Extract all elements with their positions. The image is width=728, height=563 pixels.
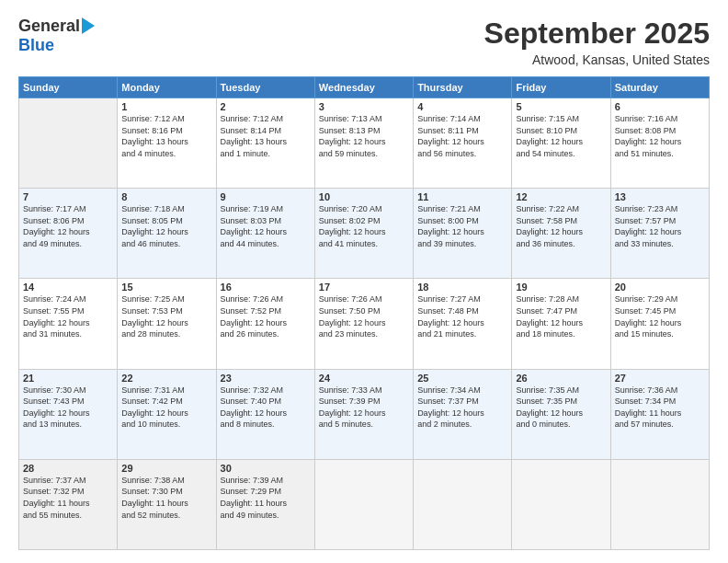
table-row: 14Sunrise: 7:24 AM Sunset: 7:55 PM Dayli… — [19, 279, 118, 369]
day-info: Sunrise: 7:32 AM Sunset: 7:40 PM Dayligh… — [221, 385, 311, 431]
day-number: 12 — [516, 191, 606, 202]
day-info: Sunrise: 7:39 AM Sunset: 7:29 PM Dayligh… — [221, 475, 311, 521]
col-sunday: Sunday — [19, 77, 118, 98]
table-row: 13Sunrise: 7:23 AM Sunset: 7:57 PM Dayli… — [610, 189, 709, 279]
col-monday: Monday — [118, 77, 216, 98]
table-row: 30Sunrise: 7:39 AM Sunset: 7:29 PM Dayli… — [216, 459, 314, 549]
table-row: 11Sunrise: 7:21 AM Sunset: 8:00 PM Dayli… — [414, 189, 512, 279]
table-row: 24Sunrise: 7:33 AM Sunset: 7:39 PM Dayli… — [314, 369, 413, 459]
logo-blue-text: Blue — [18, 36, 54, 55]
day-number: 16 — [221, 282, 311, 293]
table-row: 21Sunrise: 7:30 AM Sunset: 7:43 PM Dayli… — [19, 369, 118, 459]
day-number: 21 — [23, 373, 113, 384]
day-number: 14 — [23, 282, 113, 293]
day-number: 6 — [615, 101, 705, 112]
day-info: Sunrise: 7:15 AM Sunset: 8:10 PM Dayligh… — [516, 113, 606, 159]
table-row: 25Sunrise: 7:34 AM Sunset: 7:37 PM Dayli… — [414, 369, 512, 459]
table-row: 18Sunrise: 7:27 AM Sunset: 7:48 PM Dayli… — [414, 279, 512, 369]
day-number: 15 — [121, 282, 211, 293]
col-wednesday: Wednesday — [314, 77, 413, 98]
table-row — [19, 98, 118, 189]
table-row: 26Sunrise: 7:35 AM Sunset: 7:35 PM Dayli… — [512, 369, 610, 459]
day-info: Sunrise: 7:13 AM Sunset: 8:13 PM Dayligh… — [319, 113, 409, 159]
col-tuesday: Tuesday — [216, 77, 314, 98]
day-number: 10 — [319, 191, 409, 202]
table-row: 2Sunrise: 7:12 AM Sunset: 8:14 PM Daylig… — [216, 98, 314, 189]
calendar-week-row: 21Sunrise: 7:30 AM Sunset: 7:43 PM Dayli… — [19, 369, 710, 459]
day-number: 29 — [121, 463, 211, 474]
day-number: 13 — [615, 191, 705, 202]
table-row: 23Sunrise: 7:32 AM Sunset: 7:40 PM Dayli… — [216, 369, 314, 459]
logo: General Blue — [18, 17, 95, 55]
day-info: Sunrise: 7:31 AM Sunset: 7:42 PM Dayligh… — [121, 385, 211, 431]
calendar-table: Sunday Monday Tuesday Wednesday Thursday… — [18, 76, 710, 550]
day-number: 5 — [516, 101, 606, 112]
day-info: Sunrise: 7:26 AM Sunset: 7:50 PM Dayligh… — [319, 293, 409, 339]
day-info: Sunrise: 7:12 AM Sunset: 8:14 PM Dayligh… — [221, 113, 311, 159]
page: General Blue September 2025 Atwood, Kans… — [0, 0, 728, 563]
table-row: 20Sunrise: 7:29 AM Sunset: 7:45 PM Dayli… — [610, 279, 709, 369]
day-info: Sunrise: 7:20 AM Sunset: 8:02 PM Dayligh… — [319, 203, 409, 249]
day-info: Sunrise: 7:30 AM Sunset: 7:43 PM Dayligh… — [23, 385, 113, 431]
table-row: 5Sunrise: 7:15 AM Sunset: 8:10 PM Daylig… — [512, 98, 610, 189]
day-number: 26 — [516, 373, 606, 384]
day-number: 4 — [417, 101, 507, 112]
table-row: 27Sunrise: 7:36 AM Sunset: 7:34 PM Dayli… — [610, 369, 709, 459]
day-number: 25 — [417, 373, 507, 384]
location-title: Atwood, Kansas, United States — [484, 52, 710, 67]
day-number: 22 — [121, 373, 211, 384]
calendar-week-row: 7Sunrise: 7:17 AM Sunset: 8:06 PM Daylig… — [19, 189, 710, 279]
table-row: 19Sunrise: 7:28 AM Sunset: 7:47 PM Dayli… — [512, 279, 610, 369]
col-thursday: Thursday — [414, 77, 512, 98]
day-number: 20 — [615, 282, 705, 293]
day-info: Sunrise: 7:37 AM Sunset: 7:32 PM Dayligh… — [23, 475, 113, 521]
day-info: Sunrise: 7:17 AM Sunset: 8:06 PM Dayligh… — [23, 203, 113, 249]
table-row: 22Sunrise: 7:31 AM Sunset: 7:42 PM Dayli… — [118, 369, 216, 459]
logo-general-text: General — [18, 17, 80, 36]
logo-arrow-icon — [82, 17, 95, 34]
day-number: 17 — [319, 282, 409, 293]
day-number: 2 — [221, 101, 311, 112]
title-block: September 2025 Atwood, Kansas, United St… — [484, 17, 710, 67]
day-number: 9 — [221, 191, 311, 202]
day-info: Sunrise: 7:14 AM Sunset: 8:11 PM Dayligh… — [417, 113, 507, 159]
day-number: 30 — [221, 463, 311, 474]
day-info: Sunrise: 7:26 AM Sunset: 7:52 PM Dayligh… — [221, 293, 311, 339]
col-friday: Friday — [512, 77, 610, 98]
day-info: Sunrise: 7:33 AM Sunset: 7:39 PM Dayligh… — [319, 385, 409, 431]
day-number: 19 — [516, 282, 606, 293]
day-info: Sunrise: 7:36 AM Sunset: 7:34 PM Dayligh… — [615, 385, 705, 431]
table-row — [512, 459, 610, 549]
day-number: 27 — [615, 373, 705, 384]
day-number: 23 — [221, 373, 311, 384]
day-info: Sunrise: 7:21 AM Sunset: 8:00 PM Dayligh… — [417, 203, 507, 249]
table-row: 3Sunrise: 7:13 AM Sunset: 8:13 PM Daylig… — [314, 98, 413, 189]
col-saturday: Saturday — [610, 77, 709, 98]
day-number: 24 — [319, 373, 409, 384]
day-info: Sunrise: 7:35 AM Sunset: 7:35 PM Dayligh… — [516, 385, 606, 431]
day-info: Sunrise: 7:22 AM Sunset: 7:58 PM Dayligh… — [516, 203, 606, 249]
month-title: September 2025 — [484, 17, 710, 51]
table-row — [610, 459, 709, 549]
table-row: 15Sunrise: 7:25 AM Sunset: 7:53 PM Dayli… — [118, 279, 216, 369]
day-number: 8 — [121, 191, 211, 202]
table-row: 29Sunrise: 7:38 AM Sunset: 7:30 PM Dayli… — [118, 459, 216, 549]
day-info: Sunrise: 7:23 AM Sunset: 7:57 PM Dayligh… — [615, 203, 705, 249]
day-info: Sunrise: 7:12 AM Sunset: 8:16 PM Dayligh… — [121, 113, 211, 159]
day-number: 1 — [121, 101, 211, 112]
day-info: Sunrise: 7:18 AM Sunset: 8:05 PM Dayligh… — [121, 203, 211, 249]
day-info: Sunrise: 7:16 AM Sunset: 8:08 PM Dayligh… — [615, 113, 705, 159]
day-info: Sunrise: 7:29 AM Sunset: 7:45 PM Dayligh… — [615, 293, 705, 339]
day-number: 11 — [417, 191, 507, 202]
table-row: 10Sunrise: 7:20 AM Sunset: 8:02 PM Dayli… — [314, 189, 413, 279]
table-row: 4Sunrise: 7:14 AM Sunset: 8:11 PM Daylig… — [414, 98, 512, 189]
day-info: Sunrise: 7:25 AM Sunset: 7:53 PM Dayligh… — [121, 293, 211, 339]
day-info: Sunrise: 7:27 AM Sunset: 7:48 PM Dayligh… — [417, 293, 507, 339]
table-row: 1Sunrise: 7:12 AM Sunset: 8:16 PM Daylig… — [118, 98, 216, 189]
table-row: 8Sunrise: 7:18 AM Sunset: 8:05 PM Daylig… — [118, 189, 216, 279]
calendar-week-row: 14Sunrise: 7:24 AM Sunset: 7:55 PM Dayli… — [19, 279, 710, 369]
header: General Blue September 2025 Atwood, Kans… — [18, 17, 710, 67]
table-row: 9Sunrise: 7:19 AM Sunset: 8:03 PM Daylig… — [216, 189, 314, 279]
day-number: 18 — [417, 282, 507, 293]
table-row — [414, 459, 512, 549]
